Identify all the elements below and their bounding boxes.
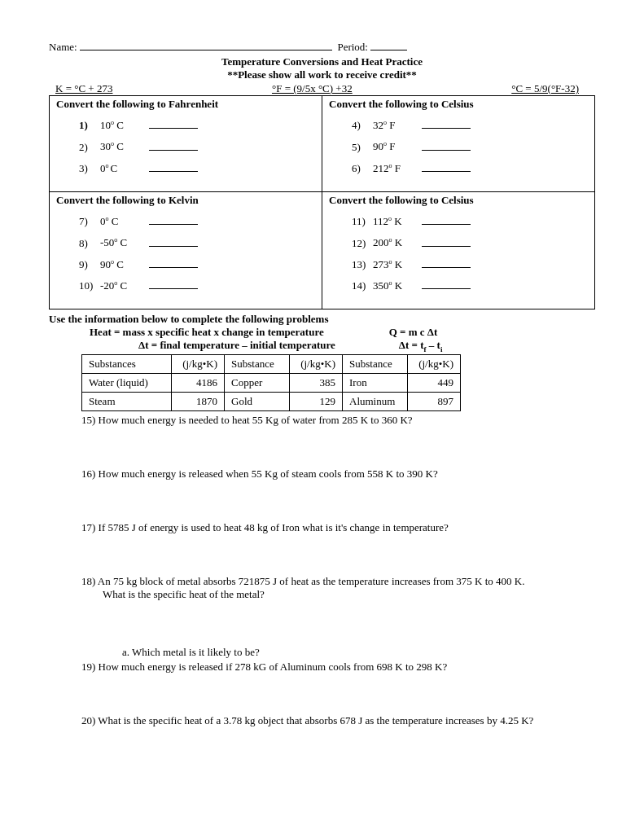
- section-heading: Use the information below to complete th…: [49, 313, 595, 326]
- question-20: 20) What is the specific heat of a 3.78 …: [81, 714, 595, 727]
- formula-row: K = °C + 273 °F = (9/5x °C) +32 °C = 5/9…: [49, 82, 595, 95]
- heat-equation-text: Heat = mass x specific heat x change in …: [49, 326, 324, 339]
- list-item: 2)30o C: [79, 140, 315, 153]
- specific-heat-table: Substances (j/kg•K) Substance (j/kg•K) S…: [81, 354, 461, 411]
- list-item: 5)90o F: [352, 140, 588, 153]
- list-item: 8)-50o C: [79, 236, 315, 249]
- conversion-table: Convert the following to Fahrenheit 1)10…: [49, 95, 595, 309]
- answer-blank[interactable]: [422, 120, 471, 129]
- question-18a: a. Which metal is it likely to be?: [122, 646, 595, 659]
- answer-blank[interactable]: [149, 216, 198, 225]
- dt-text: Δt = final temperature – initial tempera…: [49, 339, 335, 353]
- header-line: Name: Period:: [49, 41, 595, 54]
- period-input-line[interactable]: [370, 41, 407, 50]
- list-item: 7)0o C: [79, 215, 315, 228]
- cell-heading: Convert the following to Fahrenheit: [56, 98, 315, 111]
- list-item: 10)-20o C: [79, 279, 315, 292]
- dt-symbol: Δt = tf – ti: [335, 339, 443, 353]
- answer-blank[interactable]: [149, 163, 198, 172]
- answer-blank[interactable]: [149, 280, 198, 289]
- list-item: 4)32o F: [352, 119, 588, 132]
- list-item: 6)212o F: [352, 162, 588, 175]
- formula-celsius: °C = 5/9(°F-32): [511, 82, 579, 95]
- question-16: 16) How much energy is released when 55 …: [81, 467, 595, 481]
- cell-celsius-1: Convert the following to Celsius 4)32o F…: [322, 96, 595, 192]
- page-subtitle: **Please show all work to receive credit…: [49, 68, 595, 81]
- heat-formula-row: Heat = mass x specific heat x change in …: [49, 326, 595, 339]
- dt-formula-row: Δt = final temperature – initial tempera…: [49, 339, 595, 353]
- answer-blank[interactable]: [149, 142, 198, 151]
- answer-blank[interactable]: [422, 216, 471, 225]
- answer-blank[interactable]: [422, 259, 471, 268]
- table-header: Substances: [82, 354, 172, 373]
- question-18: 18) An 75 kg block of metal absorbs 7218…: [81, 575, 595, 601]
- formula-fahrenheit: °F = (9/5x °C) +32: [272, 82, 353, 95]
- list-item: 1)10o C: [79, 119, 315, 132]
- list-item: 14)350o K: [352, 279, 588, 292]
- table-header: (j/kg•K): [408, 354, 461, 373]
- list-item: 11)112o K: [352, 215, 588, 228]
- table-header: (j/kg•K): [172, 354, 225, 373]
- cell-celsius-2: Convert the following to Celsius 11)112o…: [322, 191, 595, 309]
- cell-heading: Convert the following to Celsius: [329, 194, 588, 207]
- name-input-line[interactable]: [80, 41, 332, 50]
- question-19: 19) How much energy is released if 278 k…: [81, 661, 595, 674]
- cell-kelvin: Convert the following to Kelvin 7)0o C 8…: [50, 191, 322, 309]
- question-15: 15) How much energy is needed to heat 55…: [81, 414, 595, 427]
- table-header: (j/kg•K): [290, 354, 343, 373]
- table-row: Water (liquid) 4186 Copper 385 Iron 449: [82, 373, 461, 392]
- list-item: 9)90o C: [79, 258, 315, 271]
- list-item: 12)200o K: [352, 236, 588, 249]
- list-item: 3)0o C: [79, 162, 315, 175]
- cell-fahrenheit: Convert the following to Fahrenheit 1)10…: [50, 96, 322, 192]
- question-17: 17) If 5785 J of energy is used to heat …: [81, 521, 595, 534]
- table-row: Steam 1870 Gold 129 Aluminum 897: [82, 392, 461, 410]
- answer-blank[interactable]: [149, 259, 198, 268]
- table-header: Substance: [225, 354, 290, 373]
- answer-blank[interactable]: [422, 280, 471, 289]
- cell-heading: Convert the following to Celsius: [329, 98, 588, 111]
- period-label: Period:: [337, 41, 368, 53]
- answer-blank[interactable]: [149, 238, 198, 247]
- answer-blank[interactable]: [422, 238, 471, 247]
- heat-equation-symbol: Q = m c Δt: [324, 326, 438, 339]
- answer-blank[interactable]: [422, 142, 471, 151]
- answer-blank[interactable]: [422, 163, 471, 172]
- table-header: Substance: [343, 354, 408, 373]
- cell-heading: Convert the following to Kelvin: [56, 194, 315, 207]
- formula-kelvin: K = °C + 273: [55, 82, 112, 95]
- answer-blank[interactable]: [149, 120, 198, 129]
- name-label: Name:: [49, 41, 77, 53]
- list-item: 13)273o K: [352, 258, 588, 271]
- page-title: Temperature Conversions and Heat Practic…: [49, 55, 595, 68]
